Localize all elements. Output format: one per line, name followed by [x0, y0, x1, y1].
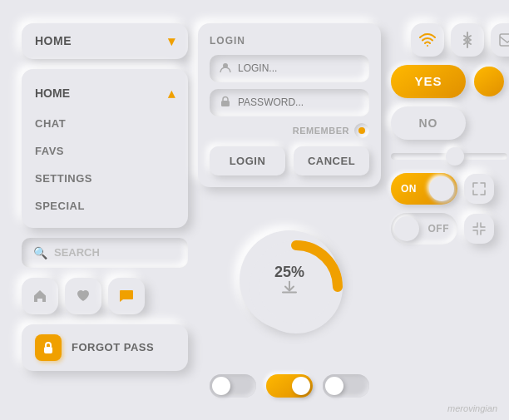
slider-track[interactable] — [391, 153, 507, 160]
search-placeholder: SEARCH — [54, 246, 100, 259]
toggle-off-label: OFF — [428, 223, 450, 235]
bluetooth-icon-btn[interactable] — [451, 23, 484, 57]
dropdown-open: HOME ▴ CHAT FAVS SETTINGS SPECIAL — [22, 69, 188, 228]
remember-toggle[interactable] — [354, 123, 369, 138]
chevron-down-icon: ▾ — [168, 33, 175, 49]
heart-icon-btn[interactable] — [65, 278, 101, 314]
toggle-small-2-thumb — [292, 377, 310, 395]
cancel-button[interactable]: CANCEL — [294, 146, 369, 175]
password-field[interactable] — [210, 89, 369, 116]
toggle-small-1-thumb — [212, 377, 230, 395]
chevron-up-icon: ▴ — [168, 86, 175, 101]
search-bar[interactable]: 🔍 SEARCH — [22, 238, 188, 268]
menu-item-chat[interactable]: CHAT — [22, 110, 188, 137]
yes-button[interactable]: YES — [391, 65, 466, 98]
wifi-icon-btn[interactable] — [411, 23, 444, 57]
menu-item-favs[interactable]: FAVS — [22, 137, 188, 165]
on-toggle-row: ON — [391, 173, 509, 205]
off-toggle-row: OFF — [391, 213, 509, 245]
download-icon — [281, 281, 298, 294]
username-field[interactable] — [210, 55, 369, 82]
login-button[interactable]: LOGIN — [210, 146, 285, 175]
dropdown-open-label: HOME — [35, 86, 70, 100]
user-icon — [220, 62, 231, 76]
dropdown-closed[interactable]: HOME ▾ — [22, 23, 188, 59]
toggle-small-2[interactable] — [266, 374, 313, 398]
remember-label: REMEMBER — [293, 126, 349, 136]
progress-circle: 25% — [240, 230, 339, 330]
toggle-on[interactable]: ON — [391, 173, 457, 205]
icon-row — [22, 278, 188, 314]
search-icon: 🔍 — [33, 246, 47, 259]
toggle-small-3-thumb — [325, 377, 343, 395]
toggle-off[interactable]: OFF — [391, 213, 457, 245]
username-input[interactable] — [238, 62, 359, 74]
watermark: merovingian — [447, 403, 497, 413]
progress-percent: 25% — [274, 264, 304, 281]
svg-rect-0 — [44, 347, 52, 353]
orange-circle — [474, 67, 504, 96]
remember-dot — [358, 127, 365, 134]
no-button[interactable]: NO — [391, 106, 466, 140]
toggle-off-thumb — [394, 216, 419, 241]
toggle-small-1[interactable] — [210, 374, 256, 398]
progress-inner: 25% — [274, 264, 304, 298]
svg-rect-2 — [221, 101, 230, 106]
dropdown-open-top[interactable]: HOME ▴ — [22, 77, 188, 110]
small-toggles-row — [198, 374, 381, 398]
expand-icon-btn[interactable] — [464, 174, 494, 204]
progress-area: 25% — [198, 197, 381, 364]
chat-icon-btn[interactable] — [108, 278, 145, 314]
toggle-on-label: ON — [401, 183, 417, 195]
slider-row — [391, 148, 509, 165]
forgot-pass-label: FORGOT PASS — [72, 341, 154, 353]
menu-item-special[interactable]: SPECIAL — [22, 192, 188, 220]
toggle-on-thumb — [429, 176, 454, 201]
svg-point-5 — [427, 45, 428, 47]
yes-row: YES — [391, 65, 509, 98]
forgot-pass-button[interactable]: FORGOT PASS — [22, 324, 188, 371]
toggle-small-3[interactable] — [323, 374, 369, 398]
collapse-icon-btn[interactable] — [464, 214, 494, 244]
mail-icon-btn[interactable] — [491, 23, 509, 57]
menu-item-settings[interactable]: SETTINGS — [22, 165, 188, 192]
login-title: LOGIN — [210, 35, 369, 47]
remember-row: REMEMBER — [210, 123, 369, 138]
dropdown-closed-label: HOME — [35, 34, 72, 47]
top-icon-buttons — [391, 23, 509, 57]
slider-thumb[interactable] — [446, 147, 464, 166]
password-input[interactable] — [238, 96, 359, 108]
login-buttons: LOGIN CANCEL — [210, 146, 369, 175]
login-panel: LOGIN — [198, 23, 381, 187]
home-icon-btn[interactable] — [22, 278, 58, 314]
lock-icon — [35, 334, 62, 361]
no-row: NO — [391, 106, 509, 140]
lock-field-icon — [220, 96, 231, 110]
